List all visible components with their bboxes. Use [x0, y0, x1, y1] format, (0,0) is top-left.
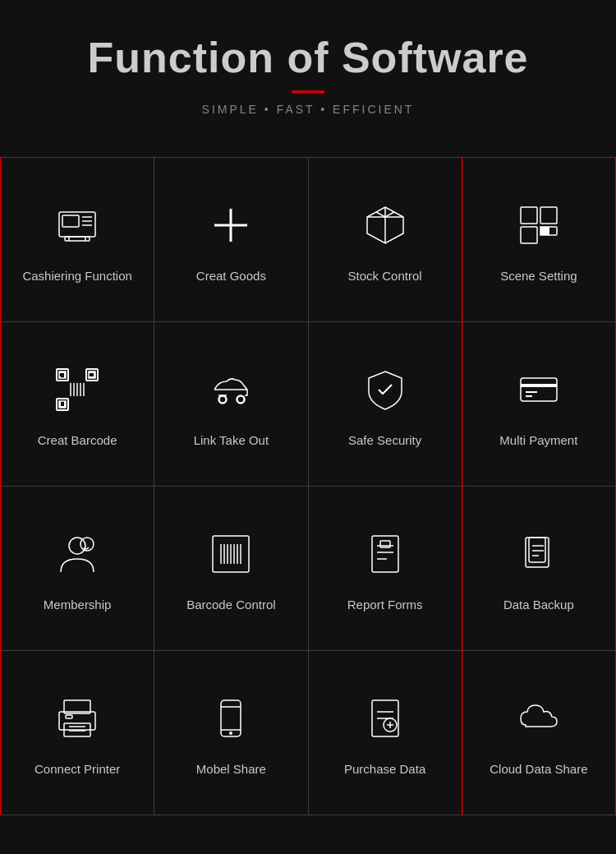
report-forms-label: Report Forms: [347, 598, 423, 612]
title-underline: [292, 90, 324, 93]
creat-goods-icon: [202, 196, 260, 254]
svg-rect-43: [521, 378, 557, 401]
creat-goods-label: Creat Goods: [196, 269, 266, 283]
membership-label: Membership: [44, 598, 112, 612]
svg-rect-28: [64, 401, 66, 406]
grid-item-membership[interactable]: Membership: [1, 487, 154, 651]
barcode-control-icon: [202, 525, 260, 583]
connect-printer-label: Connect Printer: [34, 762, 120, 776]
grid-item-purchase-data[interactable]: Purchase Data: [309, 651, 462, 815]
grid-item-stock-control[interactable]: Stock Control: [309, 158, 462, 322]
grid-item-mobel-share[interactable]: Mobel Share: [154, 651, 308, 815]
purchase-data-label: Purchase Data: [344, 762, 425, 776]
svg-rect-1: [62, 215, 79, 227]
feature-grid: Cashiering FunctionCreat GoodsStock Cont…: [0, 157, 616, 815]
creat-barcode-icon: [48, 361, 106, 418]
svg-rect-13: [521, 227, 537, 243]
purchase-data-icon: [356, 690, 414, 747]
svg-point-76: [229, 732, 232, 735]
svg-marker-16: [540, 227, 549, 235]
svg-rect-35: [86, 369, 98, 381]
mobel-share-icon: [202, 690, 260, 747]
svg-rect-27: [61, 406, 66, 408]
grid-item-report-forms[interactable]: Report Forms: [309, 487, 462, 651]
stock-control-label: Stock Control: [348, 269, 422, 283]
page-title: Function of Software: [16, 33, 600, 82]
svg-rect-34: [57, 369, 68, 381]
cloud-data-share-icon: [510, 690, 568, 747]
grid-item-cloud-data-share[interactable]: Cloud Data Share: [462, 651, 616, 815]
svg-point-47: [69, 538, 85, 554]
svg-rect-70: [66, 715, 72, 718]
safe-security-icon: [356, 361, 414, 418]
grid-item-scene-setting[interactable]: Scene Setting: [462, 158, 616, 322]
scene-setting-label: Scene Setting: [500, 269, 577, 283]
cloud-data-share-label: Cloud Data Share: [490, 762, 587, 776]
svg-rect-73: [221, 700, 241, 736]
barcode-control-label: Barcode Control: [186, 598, 275, 612]
grid-item-safe-security[interactable]: Safe Security: [309, 322, 462, 487]
page-header: Function of Software SIMPLE • FAST • EFF…: [0, 0, 616, 132]
grid-item-connect-printer[interactable]: Connect Printer: [1, 651, 154, 815]
grid-item-multi-payment[interactable]: Multi Payment: [462, 322, 616, 487]
svg-point-41: [219, 396, 226, 403]
grid-item-cashiering-function[interactable]: Cashiering Function: [1, 158, 154, 322]
grid-item-barcode-control[interactable]: Barcode Control: [154, 487, 308, 651]
data-backup-icon: [510, 525, 568, 583]
page-subtitle: SIMPLE • FAST • EFFICIENT: [16, 103, 600, 116]
grid-item-data-backup[interactable]: Data Backup: [462, 487, 616, 651]
link-take-out-icon: [202, 361, 260, 418]
svg-rect-22: [89, 372, 95, 373]
svg-rect-19: [59, 376, 61, 378]
connect-printer-icon: [48, 690, 106, 747]
multi-payment-label: Multi Payment: [499, 433, 577, 447]
svg-rect-24: [89, 376, 94, 378]
svg-rect-63: [529, 538, 545, 562]
stock-control-icon: [356, 196, 414, 254]
report-forms-icon: [356, 525, 414, 583]
data-backup-label: Data Backup: [503, 598, 574, 612]
svg-point-42: [237, 396, 244, 403]
svg-rect-20: [64, 372, 66, 378]
grid-item-creat-goods[interactable]: Creat Goods: [154, 158, 308, 322]
mobel-share-label: Mobel Share: [196, 762, 266, 776]
cashiering-function-label: Cashiering Function: [22, 269, 131, 283]
safe-security-label: Safe Security: [348, 433, 421, 447]
svg-rect-14: [540, 207, 557, 224]
link-take-out-label: Link Take Out: [194, 433, 269, 447]
svg-rect-15: [549, 227, 557, 235]
svg-rect-36: [57, 399, 68, 410]
multi-payment-icon: [510, 361, 568, 418]
svg-rect-12: [521, 207, 537, 224]
cashiering-function-icon: [48, 196, 106, 254]
scene-setting-icon: [510, 196, 568, 254]
svg-rect-61: [380, 541, 390, 547]
grid-item-creat-barcode[interactable]: Creat Barcode: [1, 322, 154, 487]
membership-icon: [48, 525, 106, 583]
svg-rect-23: [94, 373, 95, 378]
grid-item-link-take-out[interactable]: Link Take Out: [154, 322, 308, 487]
svg-rect-26: [59, 401, 61, 408]
creat-barcode-label: Creat Barcode: [38, 433, 117, 447]
